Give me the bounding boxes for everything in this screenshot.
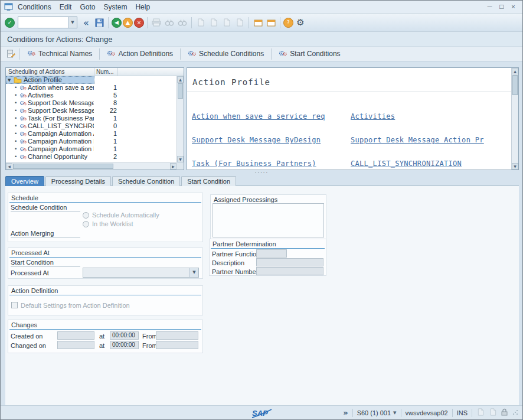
tree-row[interactable]: • Support Desk Message ByDes 8 [6,99,176,107]
tree-row[interactable]: • Action when save a service r 1 [6,84,176,92]
changed-on-label: Changed on [11,342,46,349]
tree-item-num: 1 [94,115,117,122]
processed-at-combobox[interactable]: ▼ [83,268,199,278]
splitter-handle[interactable]: ····· [254,170,268,174]
message-list-icon[interactable]: » [343,408,348,417]
display-change-icon[interactable] [4,47,17,60]
group-underline [9,329,201,330]
menu-edit[interactable]: Edit [55,2,76,12]
changes-group: Changes Created on at 00:00:00 From Chan… [8,320,203,353]
tree-vertical-scrollbar[interactable]: ▲ ▼ [176,76,184,162]
help-icon[interactable]: ? [283,18,293,28]
command-dropdown-icon[interactable]: ▼ [68,17,77,28]
tree-row[interactable]: • Support Desk Message Action 22 [6,107,176,115]
bullet-icon: • [14,130,17,138]
cancel-icon[interactable]: × [134,18,144,28]
scroll-up-icon[interactable]: ▲ [512,68,518,74]
resize-grip-icon[interactable] [512,409,519,417]
tree-row[interactable]: • Activities 5 [6,92,176,99]
overview-form: Schedule Schedule Condition Schedule Aut… [5,186,519,406]
menu-conditions[interactable]: Conditions [14,2,55,12]
from-label: From [142,342,158,349]
tree-row-root[interactable]: ▼ Action Profile [6,76,176,84]
detail-link[interactable]: Support Desk Message Action Pr [351,136,484,144]
create-shortcut-icon[interactable] [264,16,277,29]
customize-icon[interactable]: ⚙ [294,16,307,29]
detail-link[interactable]: Support Desk Message ByDesign [192,136,321,144]
tab-processing-details[interactable]: Processing Details [45,176,111,186]
tree-row[interactable]: • Channel Opportunity 2 [6,153,176,161]
detail-link[interactable]: Activities [351,112,395,121]
tree-item-num: 1 [94,84,117,92]
tree-rows: ▼ Action Profile • Action when save a se… [6,76,176,162]
save-icon[interactable] [93,16,106,29]
exit-icon[interactable]: ▲ [123,18,133,28]
tree-row[interactable]: • CALL_LIST_SYNCHRONIZATI 0 [6,122,176,130]
group-underline [211,248,325,249]
tree-item-label: Campaign Automation Activit [28,130,94,138]
assigned-processings-title: Assigned Processings [214,196,277,203]
action-definitions-button[interactable]: Action Definitions [102,48,178,60]
action-definitions-icon [107,50,115,58]
next-page-icon [220,16,233,29]
tree-root-label: Action Profile [24,76,62,84]
tree-row[interactable]: • Campaign Automation Lead 1 [6,145,176,153]
tree-horizontal-scrollbar[interactable]: ◀ ▶ [6,162,176,170]
detail-link[interactable]: Task (For Business Partners) [192,159,316,168]
close-button[interactable]: × [508,2,518,11]
radio-in-the-worklist: In the Worklist [83,220,133,227]
detail-link[interactable]: CALL_LIST_SYNCHRONIZATION [351,159,462,168]
find-icon [163,16,176,29]
tab-schedule-condition[interactable]: Schedule Condition [112,176,180,186]
insert-mode-indicator: INS [457,409,468,416]
expander-icon[interactable]: ▼ [8,78,11,83]
menu-help[interactable]: Help [131,2,154,12]
processed-at-group-title: Processed At [11,249,50,256]
tab-start-condition[interactable]: Start Condition [181,176,236,186]
column-header-num[interactable]: Num... [94,68,118,76]
tab-overview[interactable]: Overview [5,176,44,186]
back-icon[interactable]: ◀ [112,18,122,28]
start-conditions-button[interactable]: Start Conditions [274,48,345,60]
bullet-icon: • [14,122,17,130]
schedule-group: Schedule Schedule Condition Schedule Aut… [8,193,203,242]
enter-button[interactable]: ✓ [5,18,15,28]
system-session-selector[interactable]: S60 (1) 001 ▼ [357,409,397,416]
scroll-right-icon[interactable]: ▶ [170,163,176,170]
new-session-icon[interactable] [251,16,264,29]
scrollbar-thumb[interactable] [178,83,183,99]
group-underline [9,202,201,203]
partner-number-field [256,267,323,275]
action-definitions-label: Action Definitions [118,50,173,58]
tree-row[interactable]: • Task (For Business Partners) 1 [6,115,176,122]
combobox-dropdown-icon[interactable]: ▼ [189,268,198,277]
tree-column-headers: Scheduling of Actions Num... [6,68,184,76]
bullet-icon: • [14,84,17,92]
scroll-down-icon[interactable]: ▼ [512,163,518,170]
scroll-down-icon[interactable]: ▼ [177,156,184,162]
tree-row[interactable]: • Campaign Automation Activit 1 [6,130,176,138]
scrollbar-thumb[interactable] [512,75,518,95]
menu-goto[interactable]: Goto [76,2,99,12]
tree-item-label: CALL_LIST_SYNCHRONIZATI [28,122,94,130]
collapse-toolbar-icon[interactable]: « [80,16,93,29]
tree-item-label: Support Desk Message ByDes [28,99,94,107]
command-field[interactable] [18,17,68,28]
detail-link[interactable]: Action when save a service req [192,112,325,121]
default-settings-label: Default Settings from Action Definition [21,302,130,309]
scroll-up-icon[interactable]: ▲ [177,76,184,83]
schedule-conditions-button[interactable]: Schedule Conditions [183,48,269,60]
column-header-scheduling[interactable]: Scheduling of Actions [6,68,94,76]
maximize-button[interactable]: □ [496,2,506,11]
detail-vertical-scrollbar[interactable]: ▲ ▼ [511,68,518,170]
scroll-left-icon[interactable]: ◀ [6,163,12,170]
bullet-icon: • [14,92,17,99]
minimize-button[interactable]: — [485,2,495,11]
assigned-processings-list[interactable] [213,203,324,237]
technical-names-button[interactable]: Technical Names [22,48,97,60]
scrollbar-thumb[interactable] [13,164,113,169]
tree-row[interactable]: • Campaign Automation Intern 1 [6,138,176,145]
tree-item-num: 22 [94,107,117,115]
command-field-wrap: ▼ [18,17,77,28]
menu-system[interactable]: System [99,2,131,12]
